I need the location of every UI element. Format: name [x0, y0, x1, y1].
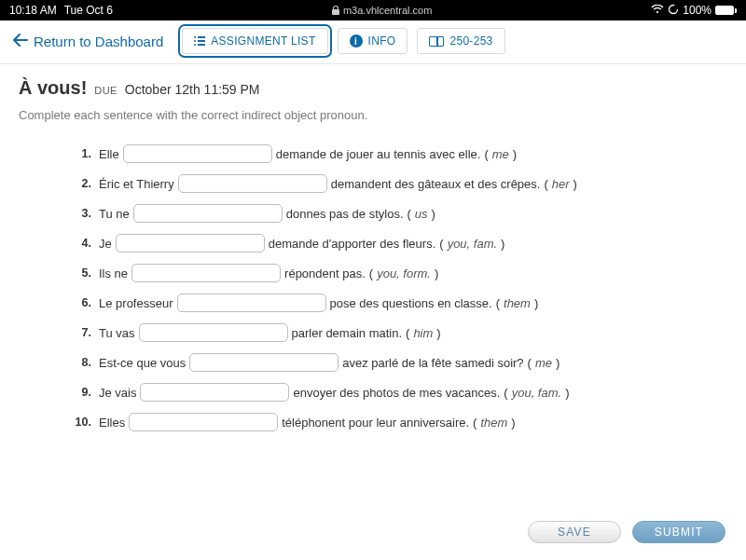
- question-row: 4.Jedemande d'apporter des fleurs. (you,…: [71, 234, 690, 253]
- question-post-text: avez parlé de la fête samedi soir?: [342, 356, 523, 370]
- question-number: 10.: [71, 416, 91, 429]
- answer-input[interactable]: [116, 234, 265, 253]
- question-post-text: demande d'apporter des fleurs.: [269, 237, 436, 251]
- info-icon: i: [350, 34, 363, 48]
- save-button[interactable]: SAVE: [528, 521, 621, 543]
- battery-percentage: 100%: [683, 4, 711, 17]
- question-hint: me: [535, 356, 552, 370]
- question-hint: you, form.: [377, 266, 431, 280]
- question-number: 1.: [71, 147, 91, 160]
- due-label: DUE: [94, 85, 117, 96]
- question-pre-text: Elle: [99, 147, 119, 161]
- return-to-dashboard-link[interactable]: Return to Dashboard: [13, 33, 163, 49]
- question-row: 6.Le professeurpose des questions en cla…: [71, 294, 690, 312]
- back-link-label: Return to Dashboard: [34, 34, 163, 49]
- question-pre-text: Je: [99, 237, 112, 251]
- question-hint: us: [415, 207, 428, 221]
- question-row: 1.Elledemande de jouer au tennis avec el…: [71, 144, 690, 163]
- rotation-lock-icon: [668, 4, 679, 18]
- question-post-text: parler demain matin.: [292, 326, 403, 340]
- answer-input[interactable]: [178, 174, 327, 193]
- question-row: 7.Tu vasparler demain matin. (him): [71, 323, 690, 342]
- question-number: 7.: [71, 326, 91, 339]
- pages-label: 250-253: [449, 34, 492, 48]
- question-row: 8.Est-ce que vousavez parlé de la fête s…: [71, 353, 690, 372]
- question-hint: you, fam.: [512, 386, 561, 400]
- answer-input[interactable]: [189, 353, 338, 372]
- question-number: 2.: [71, 177, 91, 190]
- question-row: 5.Ils nerépondent pas. (you, form.): [71, 264, 690, 282]
- question-hint: me: [492, 147, 509, 161]
- instructions-text: Complete each sentence with the correct …: [19, 108, 727, 122]
- question-pre-text: Tu vas: [99, 326, 135, 340]
- list-icon: [194, 36, 205, 46]
- question-post-text: demandent des gâteaux et des crêpes.: [331, 177, 541, 191]
- question-pre-text: Ils ne: [99, 266, 128, 280]
- question-number: 9.: [71, 386, 91, 399]
- assignment-list-label: ASSIGNMENT LIST: [211, 34, 315, 48]
- lock-icon: [332, 6, 339, 15]
- question-pre-text: Le professeur: [99, 296, 173, 310]
- back-arrow-icon: [13, 33, 28, 49]
- question-number: 4.: [71, 237, 91, 250]
- question-row: 10.Ellestéléphonent pour leur anniversai…: [71, 413, 690, 431]
- question-pre-text: Elles: [99, 416, 125, 430]
- question-number: 8.: [71, 356, 91, 369]
- question-hint: you, fam.: [448, 237, 497, 251]
- status-url: m3a.vhlcentral.com: [343, 5, 432, 16]
- answer-input[interactable]: [129, 413, 278, 431]
- book-icon: [429, 36, 444, 47]
- answer-input[interactable]: [139, 323, 288, 342]
- due-date: October 12th 11:59 PM: [125, 82, 260, 97]
- submit-button[interactable]: SUBMIT: [632, 521, 725, 543]
- question-hint: them: [504, 296, 531, 310]
- question-number: 6.: [71, 296, 91, 309]
- answer-input[interactable]: [123, 144, 272, 163]
- top-toolbar: Return to Dashboard ASSIGNMENT LIST i IN…: [0, 20, 746, 64]
- assignment-title: À vous!: [19, 77, 87, 99]
- answer-input[interactable]: [133, 204, 283, 223]
- question-post-text: pose des questions en classe.: [330, 296, 492, 310]
- question-row: 2.Éric et Thierrydemandent des gâteaux e…: [71, 174, 690, 193]
- answer-input[interactable]: [177, 294, 326, 312]
- question-post-text: répondent pas.: [284, 266, 366, 280]
- question-row: 3.Tu nedonnes pas de stylos. (us): [71, 204, 690, 223]
- status-date: Tue Oct 6: [64, 4, 113, 17]
- ipad-status-bar: 10:18 AM Tue Oct 6 m3a.vhlcentral.com 10…: [0, 0, 746, 20]
- question-number: 3.: [71, 207, 91, 220]
- wifi-icon: [651, 4, 664, 17]
- question-hint: him: [413, 326, 433, 340]
- answer-input[interactable]: [140, 383, 289, 402]
- question-pre-text: Est-ce que vous: [99, 356, 186, 370]
- question-row: 9.Je vaisenvoyer des photos de mes vacan…: [71, 383, 690, 402]
- answer-input[interactable]: [131, 264, 281, 282]
- question-post-text: envoyer des photos de mes vacances.: [293, 386, 500, 400]
- question-pre-text: Tu ne: [99, 207, 130, 221]
- assignment-list-button[interactable]: ASSIGNMENT LIST: [182, 28, 327, 54]
- question-number: 5.: [71, 266, 91, 280]
- question-pre-text: Éric et Thierry: [99, 177, 174, 191]
- question-pre-text: Je vais: [99, 386, 136, 400]
- question-post-text: téléphonent pour leur anniversaire.: [282, 416, 469, 430]
- info-label: INFO: [368, 34, 396, 48]
- status-time: 10:18 AM: [9, 4, 57, 17]
- question-hint: her: [552, 177, 570, 191]
- question-hint: them: [480, 416, 507, 430]
- question-post-text: donnes pas de stylos.: [286, 207, 404, 221]
- question-post-text: demande de jouer au tennis avec elle.: [276, 147, 481, 161]
- info-button[interactable]: i INFO: [338, 28, 408, 54]
- pages-button[interactable]: 250-253: [417, 28, 504, 54]
- battery-icon: [715, 6, 737, 15]
- question-list: 1.Elledemande de jouer au tennis avec el…: [19, 144, 727, 431]
